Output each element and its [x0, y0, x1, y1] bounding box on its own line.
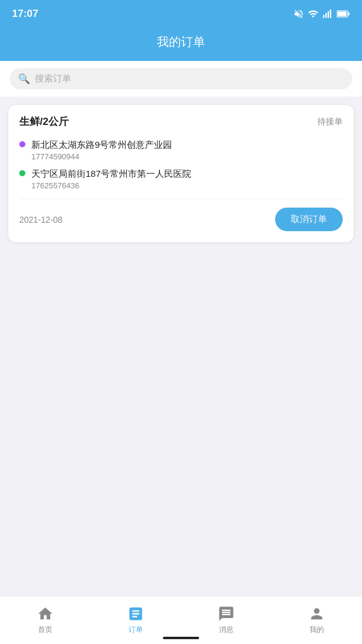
status-bar: 17:07 [0, 0, 362, 27]
search-bar[interactable]: 🔍 搜索订单 [10, 68, 352, 89]
search-placeholder: 搜索订单 [35, 73, 71, 84]
messages-icon [218, 605, 235, 622]
nav-label-home: 首页 [38, 625, 52, 635]
nav-indicator [163, 637, 199, 639]
order-footer: 2021-12-08 取消订单 [19, 208, 343, 231]
delivery-info: 天宁区局前街187号常州市第一人民医院 17625576436 [31, 167, 191, 190]
nav-item-profile[interactable]: 我的 [272, 596, 362, 644]
status-time: 17:07 [12, 8, 38, 20]
home-icon [37, 605, 54, 622]
order-divider [19, 199, 343, 199]
order-title: 生鲜/2公斤 [19, 115, 69, 129]
order-date: 2021-12-08 [19, 215, 63, 225]
svg-rect-1 [325, 13, 326, 18]
pickup-dot [19, 141, 25, 147]
orders-icon [127, 605, 144, 622]
profile-icon [308, 605, 325, 622]
signal-icon [322, 8, 333, 19]
nav-label-profile: 我的 [310, 625, 324, 635]
nav-label-messages: 消息 [219, 625, 233, 635]
status-icons [293, 8, 350, 19]
battery-icon [337, 10, 350, 18]
delivery-address: 天宁区局前街187号常州市第一人民医院 [31, 167, 191, 180]
svg-rect-2 [328, 11, 329, 18]
order-header: 生鲜/2公斤 待接单 [19, 115, 343, 129]
delivery-location: 天宁区局前街187号常州市第一人民医院 17625576436 [19, 167, 343, 190]
search-container: 🔍 搜索订单 [0, 61, 362, 97]
app-header: 我的订单 [0, 27, 362, 61]
main-content: 生鲜/2公斤 待接单 新北区太湖东路9号常州创意产业园 17774590944 … [0, 97, 362, 596]
svg-rect-5 [348, 12, 349, 15]
nav-item-home[interactable]: 首页 [0, 596, 91, 644]
wifi-icon [308, 8, 319, 19]
order-status: 待接单 [317, 116, 343, 127]
page-title: 我的订单 [157, 35, 205, 48]
cancel-order-button[interactable]: 取消订单 [275, 208, 343, 231]
order-card: 生鲜/2公斤 待接单 新北区太湖东路9号常州创意产业园 17774590944 … [8, 105, 354, 242]
pickup-location: 新北区太湖东路9号常州创意产业园 17774590944 [19, 138, 343, 161]
pickup-info: 新北区太湖东路9号常州创意产业园 17774590944 [31, 138, 172, 161]
mute-icon [293, 8, 304, 19]
delivery-phone: 17625576436 [31, 181, 191, 190]
search-icon: 🔍 [18, 73, 30, 84]
svg-rect-3 [330, 10, 331, 18]
bottom-nav: 首页 订单 消息 我的 [0, 596, 362, 644]
pickup-address: 新北区太湖东路9号常州创意产业园 [31, 138, 172, 151]
nav-label-orders: 订单 [129, 625, 143, 635]
svg-rect-6 [337, 11, 346, 16]
pickup-phone: 17774590944 [31, 152, 172, 161]
svg-rect-0 [323, 15, 325, 18]
delivery-dot [19, 170, 25, 176]
